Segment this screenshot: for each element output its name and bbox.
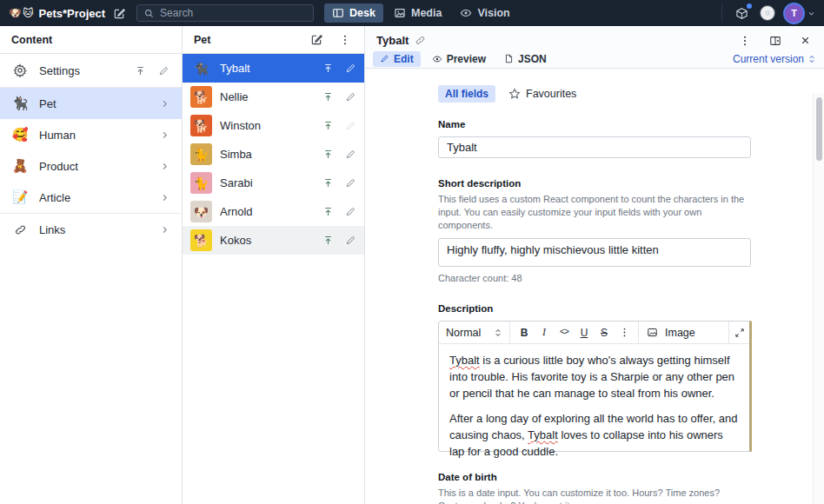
rich-text-editor: Normal B I <> U S bbox=[438, 321, 751, 452]
black-cat-emoji: 🐈‍⬛ bbox=[12, 96, 28, 111]
publish-status-icon[interactable] bbox=[322, 149, 334, 160]
field-filter-row: All fields Favourites bbox=[438, 85, 751, 103]
document-header: Tybalt bbox=[365, 26, 824, 50]
list-item-nellie[interactable]: 🐕 Nellie bbox=[183, 83, 364, 111]
sidebar-item-human[interactable]: 🥰 Human bbox=[0, 119, 182, 150]
avatar: T bbox=[785, 4, 803, 23]
pencil-icon bbox=[380, 54, 389, 63]
publish-status-icon[interactable] bbox=[322, 235, 334, 246]
settings-status-icons bbox=[135, 65, 169, 76]
publish-status-icon[interactable] bbox=[322, 120, 334, 131]
document-menu-kebab-icon[interactable] bbox=[737, 33, 753, 49]
document-icon bbox=[504, 54, 514, 63]
resources-package-icon[interactable] bbox=[734, 5, 750, 22]
draft-pencil-icon[interactable] bbox=[345, 177, 356, 189]
list-menu-kebab-icon[interactable] bbox=[337, 32, 353, 48]
sidebar-item-label: Human bbox=[39, 129, 76, 142]
tool-vision[interactable]: Vision bbox=[452, 3, 517, 23]
document-view-tabs: Edit Preview JSON Current version bbox=[365, 50, 824, 69]
publish-status-icon[interactable] bbox=[135, 65, 146, 76]
sidebar-item-links[interactable]: Links bbox=[0, 214, 182, 245]
list-item-kokos[interactable]: 🐕 Kokos bbox=[183, 226, 364, 255]
edit-pencil-icon[interactable] bbox=[158, 65, 169, 76]
publish-status-icon[interactable] bbox=[322, 63, 334, 74]
draft-pencil-icon[interactable] bbox=[345, 149, 356, 160]
misspelled-word: Tybalt bbox=[528, 428, 558, 441]
publish-status-icon[interactable] bbox=[322, 91, 334, 103]
paragraph: Tybalt is a curious little boy who's alw… bbox=[449, 352, 740, 401]
short-description-textarea[interactable]: Highly fluffy, highly mischievous little… bbox=[438, 238, 751, 267]
version-selector[interactable]: Current version bbox=[733, 53, 816, 65]
tab-preview[interactable]: Preview bbox=[425, 51, 493, 67]
tool-media[interactable]: Media bbox=[386, 3, 449, 23]
expand-editor-icon[interactable] bbox=[728, 322, 750, 343]
split-pane-icon[interactable] bbox=[768, 33, 783, 49]
logo-emoji: 🐶🐱 bbox=[9, 7, 34, 19]
sidebar-item-product[interactable]: 🧸 Product bbox=[0, 150, 182, 182]
tool-desk[interactable]: Desk bbox=[324, 3, 383, 23]
publish-status-icon[interactable] bbox=[322, 177, 334, 189]
teddy-bear-emoji: 🧸 bbox=[12, 158, 28, 174]
new-document-icon[interactable] bbox=[111, 5, 128, 22]
notification-dot bbox=[747, 3, 752, 9]
topbar-right-group: 0 T bbox=[721, 4, 815, 23]
underline-button[interactable]: U bbox=[575, 324, 594, 342]
sidebar-item-label: Settings bbox=[39, 64, 80, 77]
pet-thumbnail: 🐈 bbox=[190, 172, 212, 194]
sidebar-item-label: Article bbox=[39, 191, 70, 204]
list-item-sarabi[interactable]: 🐈 Sarabi bbox=[183, 169, 364, 197]
user-menu-button[interactable]: T bbox=[785, 4, 815, 23]
scrollbar-track[interactable] bbox=[813, 93, 824, 504]
star-icon bbox=[508, 88, 521, 100]
top-navbar: 🐶🐱 Pets*Project Search Desk Media Vision… bbox=[0, 0, 824, 26]
document-title: Tybalt bbox=[376, 34, 409, 47]
sidebar-item-article[interactable]: 📝 Article bbox=[0, 182, 182, 213]
field-label: Short description bbox=[438, 178, 751, 189]
favourites-tab[interactable]: Favourites bbox=[508, 88, 576, 100]
field-description: Description Normal B I <> U bbox=[438, 303, 751, 452]
paragraph-style-select[interactable]: Normal bbox=[439, 322, 510, 343]
image-icon bbox=[647, 327, 658, 338]
draft-pencil-icon[interactable] bbox=[345, 120, 356, 131]
search-input[interactable]: Search bbox=[136, 4, 314, 22]
italic-button[interactable]: I bbox=[535, 324, 554, 342]
pet-thumbnail: 🐈‍⬛ bbox=[190, 57, 212, 79]
list-item-simba[interactable]: 🐈 Simba bbox=[183, 140, 364, 169]
strikethrough-button[interactable]: S bbox=[595, 324, 614, 342]
tab-edit[interactable]: Edit bbox=[373, 51, 421, 67]
workspace-logo[interactable]: 🐶🐱 Pets*Project bbox=[9, 7, 105, 20]
inline-code-button[interactable]: <> bbox=[555, 324, 574, 342]
insert-image-button[interactable]: Image bbox=[638, 322, 728, 343]
list-item-winston[interactable]: 🐕 Winston bbox=[183, 111, 364, 140]
smiling-hearts-emoji: 🥰 bbox=[12, 127, 28, 143]
toolbar-overflow-kebab-icon[interactable] bbox=[615, 324, 634, 342]
publish-status-icon[interactable] bbox=[322, 206, 334, 217]
misspelled-word: Tybalt bbox=[449, 354, 480, 367]
sidebar-item-settings[interactable]: Settings bbox=[0, 54, 182, 87]
sidebar-item-pet[interactable]: 🐈‍⬛ Pet bbox=[0, 88, 182, 119]
name-input[interactable]: Tybalt bbox=[438, 136, 751, 158]
draft-pencil-icon[interactable] bbox=[345, 206, 356, 217]
sidebar-header: Content bbox=[0, 26, 182, 54]
media-icon bbox=[394, 7, 406, 19]
tab-json[interactable]: JSON bbox=[497, 51, 554, 67]
scrollbar-thumb[interactable] bbox=[816, 97, 822, 161]
search-icon bbox=[143, 8, 155, 19]
tasks-count-badge[interactable]: 0 bbox=[760, 5, 775, 21]
list-item-arnold[interactable]: 🐶 Arnold bbox=[183, 197, 364, 226]
field-short-description: Short description This field uses a cust… bbox=[438, 178, 751, 283]
sidebar-item-label: Pet bbox=[39, 97, 56, 110]
link-icon[interactable] bbox=[415, 35, 426, 46]
bold-button[interactable]: B bbox=[515, 324, 534, 342]
pet-thumbnail: 🐕 bbox=[190, 86, 212, 108]
list-item-tybalt[interactable]: 🐈‍⬛ Tybalt bbox=[183, 54, 364, 83]
create-new-pet-icon[interactable] bbox=[309, 31, 325, 48]
draft-pencil-icon[interactable] bbox=[345, 91, 356, 103]
all-fields-tab[interactable]: All fields bbox=[438, 85, 495, 103]
draft-pencil-icon[interactable] bbox=[345, 235, 356, 246]
draft-pencil-icon[interactable] bbox=[345, 63, 356, 74]
close-icon[interactable] bbox=[798, 33, 813, 48]
list-pane-title: Pet bbox=[194, 34, 210, 46]
editor-content[interactable]: Tybalt is a curious little boy who's alw… bbox=[439, 344, 750, 451]
sidebar-item-label: Links bbox=[39, 223, 65, 236]
